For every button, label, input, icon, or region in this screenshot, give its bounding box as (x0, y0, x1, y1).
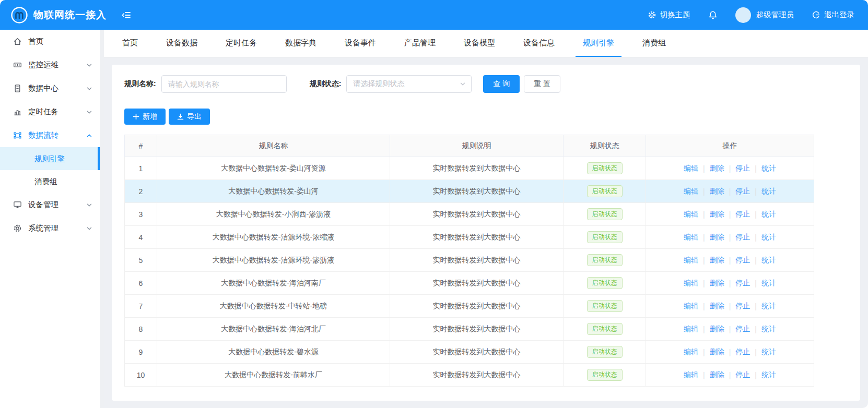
action-link-edit[interactable]: 编辑 (684, 164, 698, 173)
collapse-menu-icon[interactable] (121, 10, 132, 20)
action-separator: | (703, 164, 705, 173)
search-button[interactable]: 查 询 (483, 75, 520, 93)
action-link-stop[interactable]: 停止 (735, 256, 750, 265)
actions-cell: 编辑|删除|停止|统计 (646, 157, 814, 180)
action-link-edit[interactable]: 编辑 (684, 347, 698, 357)
sidebar-item-label: 监控运维 (28, 60, 86, 70)
action-link-stop[interactable]: 停止 (735, 325, 750, 334)
action-link-stop[interactable]: 停止 (735, 164, 750, 173)
tab-product-mgmt[interactable]: 产品管理 (397, 30, 443, 57)
sidebar-item-data-center[interactable]: 数据中心 (0, 77, 100, 100)
action-link-edit[interactable]: 编辑 (684, 233, 698, 242)
sidebar-item-device-mgmt[interactable]: 设备管理 (0, 193, 100, 217)
action-link-delete[interactable]: 删除 (710, 302, 724, 311)
sidebar-item-label: 系统管理 (28, 223, 86, 233)
action-link-edit[interactable]: 编辑 (684, 187, 698, 196)
action-link-stats[interactable]: 统计 (761, 233, 776, 242)
chevron-down-icon (86, 202, 92, 208)
action-link-edit[interactable]: 编辑 (684, 256, 698, 265)
sidebar-item-system-mgmt[interactable]: 系统管理 (0, 217, 100, 240)
sidebar-subitem-rule-engine[interactable]: 规则引擎 (0, 147, 100, 170)
rule-desc-cell: 实时数据转发到大数据中心 (390, 180, 564, 203)
action-link-stop[interactable]: 停止 (735, 233, 750, 242)
add-button[interactable]: 新增 (124, 109, 166, 125)
action-link-stats[interactable]: 统计 (761, 256, 776, 265)
top-header: 物联网统一接入 切换主题 (0, 0, 868, 30)
action-link-delete[interactable]: 删除 (710, 325, 724, 334)
action-link-stop[interactable]: 停止 (735, 370, 750, 380)
sidebar-subitem-consumer-group[interactable]: 消费组 (0, 170, 100, 193)
action-separator: | (729, 279, 731, 287)
action-link-edit[interactable]: 编辑 (684, 302, 698, 311)
sidebar-scrollbar[interactable] (100, 30, 104, 408)
action-separator: | (703, 210, 705, 219)
action-link-delete[interactable]: 删除 (710, 233, 724, 242)
actions-cell: 编辑|删除|停止|统计 (646, 318, 814, 341)
switch-theme-label: 切换主题 (660, 10, 690, 20)
action-link-edit[interactable]: 编辑 (684, 370, 698, 380)
action-link-delete[interactable]: 删除 (710, 370, 724, 380)
action-link-edit[interactable]: 编辑 (684, 279, 698, 288)
action-link-stop[interactable]: 停止 (735, 187, 750, 196)
action-link-stats[interactable]: 统计 (761, 370, 776, 380)
sidebar-item-monitor-ops[interactable]: 监控运维 (0, 53, 100, 77)
gear-icon (648, 10, 656, 19)
action-link-stats[interactable]: 统计 (761, 279, 776, 288)
avatar[interactable] (735, 7, 751, 23)
sidebar-item-home[interactable]: 首页 (0, 30, 100, 53)
rule-desc-cell: 实时数据转发到大数据中心 (390, 318, 564, 341)
export-button[interactable]: 导出 (169, 109, 210, 125)
logout-button[interactable]: 退出登录 (812, 10, 854, 20)
action-link-delete[interactable]: 删除 (710, 256, 724, 265)
tab-device-data[interactable]: 设备数据 (159, 30, 205, 57)
tab-device-model[interactable]: 设备模型 (456, 30, 502, 57)
rule-status-select[interactable]: 请选择规则状态 (346, 75, 472, 93)
notifications-button[interactable] (708, 10, 718, 20)
action-link-delete[interactable]: 删除 (710, 187, 724, 196)
tab-device-info[interactable]: 设备信息 (516, 30, 562, 57)
action-link-stats[interactable]: 统计 (761, 164, 776, 173)
action-link-stats[interactable]: 统计 (761, 210, 776, 219)
username[interactable]: 超级管理员 (756, 10, 794, 20)
action-link-stop[interactable]: 停止 (735, 210, 750, 219)
switch-theme-button[interactable]: 切换主题 (648, 10, 690, 20)
action-separator: | (703, 348, 705, 356)
action-link-stats[interactable]: 统计 (761, 347, 776, 357)
rule-name-cell: 大数据中心数据转发-洁源环境-渗沥液 (157, 249, 390, 272)
rule-name-cell: 大数据中心数据转发-碧水源 (157, 341, 390, 364)
action-link-edit[interactable]: 编辑 (684, 210, 698, 219)
action-link-stop[interactable]: 停止 (735, 347, 750, 357)
rule-name-input[interactable] (161, 75, 287, 93)
column-header: # (125, 135, 157, 157)
sidebar-item-scheduled-tasks[interactable]: 定时任务 (0, 100, 100, 124)
row-index-cell: 4 (125, 226, 157, 249)
action-link-stats[interactable]: 统计 (761, 302, 776, 311)
action-link-edit[interactable]: 编辑 (684, 325, 698, 334)
action-separator: | (703, 279, 705, 287)
tab-scheduled-tasks[interactable]: 定时任务 (218, 30, 264, 57)
action-link-delete[interactable]: 删除 (710, 164, 724, 173)
rule-status-cell: 启动状态 (564, 249, 646, 272)
action-link-stats[interactable]: 统计 (761, 187, 776, 196)
action-link-delete[interactable]: 删除 (710, 347, 724, 357)
sidebar-item-label: 定时任务 (28, 107, 86, 117)
tab-consumer-group[interactable]: 消费组 (635, 30, 673, 57)
action-link-stop[interactable]: 停止 (735, 279, 750, 288)
action-link-stats[interactable]: 统计 (761, 325, 776, 334)
tab-rule-engine[interactable]: 规则引擎 (576, 30, 621, 57)
status-badge: 启动状态 (587, 346, 623, 358)
reset-button[interactable]: 重 置 (524, 75, 560, 93)
action-link-delete[interactable]: 删除 (710, 279, 724, 288)
action-separator: | (703, 256, 705, 265)
action-separator: | (729, 348, 731, 356)
column-header: 规则状态 (564, 135, 646, 157)
action-link-stop[interactable]: 停止 (735, 302, 750, 311)
tab-data-dictionary[interactable]: 数据字典 (278, 30, 324, 57)
tab-device-events[interactable]: 设备事件 (337, 30, 383, 57)
tab-home[interactable]: 首页 (115, 30, 145, 57)
rule-status-cell: 启动状态 (564, 226, 646, 249)
tab-bar: 首页设备数据定时任务数据字典设备事件产品管理设备模型设备信息规则引擎消费组 (104, 30, 868, 57)
action-link-delete[interactable]: 删除 (710, 210, 724, 219)
sidebar-item-data-flow[interactable]: 数据流转 (0, 124, 100, 147)
rules-table: #规则名称规则说明规则状态操作 1大数据中心数据转发-娄山河资源实时数据转发到大… (124, 135, 814, 387)
